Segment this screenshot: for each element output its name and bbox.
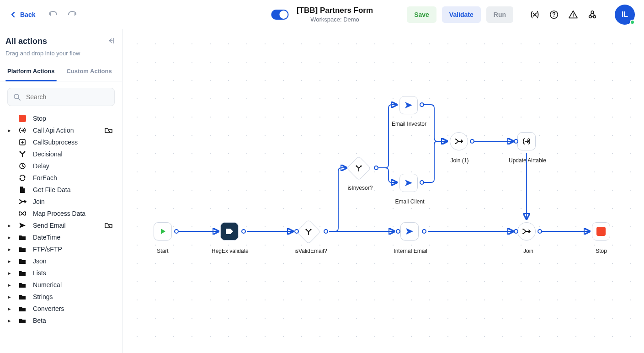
svg-point-26 bbox=[356, 165, 357, 166]
action-numerical[interactable]: ▸ Numerical bbox=[4, 279, 117, 291]
api-icon bbox=[522, 138, 531, 145]
action-delay[interactable]: Delay bbox=[4, 160, 117, 172]
action-beta[interactable]: ▸ Beta bbox=[4, 315, 117, 326]
port-in[interactable] bbox=[514, 229, 518, 234]
redo-button[interactable] bbox=[67, 10, 77, 19]
actions-search-input[interactable] bbox=[25, 93, 109, 101]
stop-icon bbox=[19, 115, 26, 122]
subprocess-icon bbox=[19, 139, 26, 146]
actions-sidebar: All actions Drag and drop into your flow… bbox=[0, 29, 122, 353]
play-icon bbox=[159, 227, 167, 235]
folder-icon bbox=[19, 258, 26, 264]
variables-button[interactable] bbox=[528, 8, 542, 21]
action-label: DateTime bbox=[33, 234, 98, 241]
node-stop[interactable] bbox=[592, 222, 610, 241]
collapse-sidebar-button[interactable] bbox=[107, 37, 115, 46]
tab-custom-label: Custom Actions bbox=[67, 68, 112, 75]
warnings-button[interactable] bbox=[566, 8, 580, 21]
node-join[interactable] bbox=[517, 222, 536, 241]
collapse-left-icon bbox=[107, 37, 115, 44]
tab-platform-actions[interactable]: Platform Actions bbox=[7, 63, 55, 81]
port-out[interactable] bbox=[241, 229, 246, 234]
node-regex[interactable] bbox=[220, 222, 239, 241]
action-label: Join bbox=[33, 198, 98, 205]
node-email-investor[interactable] bbox=[399, 96, 418, 114]
decisional-icon bbox=[19, 150, 26, 158]
action-get-file-data[interactable]: Get File Data bbox=[4, 184, 117, 196]
validate-button[interactable]: Validate bbox=[442, 6, 481, 23]
node-label: Email Investor bbox=[389, 121, 430, 127]
action-lists[interactable]: ▸ Lists bbox=[4, 267, 117, 279]
action-decisional[interactable]: Decisional bbox=[4, 148, 117, 160]
presence-dot-icon bbox=[630, 20, 635, 25]
action-label: ForEach bbox=[33, 174, 98, 182]
action-converters[interactable]: ▸ Converters bbox=[4, 303, 117, 315]
action-label: Get File Data bbox=[33, 186, 98, 193]
node-email-client[interactable] bbox=[399, 174, 418, 192]
action-datetime[interactable]: ▸ DateTime bbox=[4, 231, 117, 243]
user-avatar[interactable]: IL bbox=[615, 5, 635, 25]
action-ftp[interactable]: ▸ FTP/sFTP bbox=[4, 243, 117, 255]
port-out[interactable] bbox=[420, 180, 424, 185]
action-label: Strings bbox=[33, 293, 98, 300]
join-icon bbox=[18, 198, 27, 205]
action-label: CallSubprocess bbox=[33, 139, 98, 146]
action-call-api[interactable]: ▸ Call Api Action bbox=[4, 124, 117, 136]
node-label: Update Airtable bbox=[505, 157, 550, 164]
port-in[interactable] bbox=[514, 139, 518, 144]
action-call-subprocess[interactable]: CallSubprocess bbox=[4, 136, 117, 148]
help-button[interactable] bbox=[547, 8, 561, 21]
loop-icon bbox=[19, 174, 26, 182]
node-internal-email[interactable] bbox=[400, 222, 419, 241]
save-button[interactable]: Save bbox=[407, 6, 436, 23]
active-toggle[interactable] bbox=[271, 10, 288, 20]
join-icon bbox=[454, 138, 463, 145]
variable-icon bbox=[530, 10, 540, 20]
action-foreach[interactable]: ForEach bbox=[4, 172, 117, 184]
port-out[interactable] bbox=[174, 229, 179, 234]
action-label: Beta bbox=[33, 317, 98, 324]
action-strings[interactable]: ▸ Strings bbox=[4, 291, 117, 303]
undo-button[interactable] bbox=[48, 10, 58, 19]
action-label: Delay bbox=[33, 162, 98, 170]
send-icon bbox=[404, 179, 413, 187]
node-label: Email Client bbox=[390, 198, 429, 205]
port-out[interactable] bbox=[538, 229, 542, 234]
svg-point-1 bbox=[554, 16, 554, 17]
chevron-left-icon bbox=[11, 11, 16, 18]
run-button[interactable]: Run bbox=[486, 6, 513, 23]
port-out[interactable] bbox=[470, 139, 474, 144]
svg-point-16 bbox=[24, 151, 25, 152]
back-link[interactable]: Back bbox=[11, 11, 35, 18]
back-label: Back bbox=[20, 11, 35, 18]
node-update-airtable[interactable] bbox=[517, 132, 536, 150]
action-stop[interactable]: Stop bbox=[4, 112, 117, 124]
port-out[interactable] bbox=[420, 102, 424, 107]
folder-open-icon bbox=[105, 222, 113, 229]
node-join-1[interactable] bbox=[450, 132, 468, 150]
action-send-email[interactable]: ▸ Send Email bbox=[4, 219, 117, 231]
action-json[interactable]: ▸ Json bbox=[4, 255, 117, 267]
svg-point-27 bbox=[360, 165, 362, 166]
tab-custom-actions[interactable]: Custom Actions bbox=[67, 63, 112, 81]
tab-platform-label: Platform Actions bbox=[7, 68, 55, 75]
node-label: isValidEmail? bbox=[290, 248, 331, 254]
action-join[interactable]: Join bbox=[4, 196, 117, 208]
decisional-icon bbox=[355, 165, 362, 172]
port-out[interactable] bbox=[324, 229, 328, 234]
folder-open-icon bbox=[105, 127, 113, 134]
undo-icon bbox=[48, 10, 58, 17]
sidebar-subtitle: Drag and drop into your flow bbox=[0, 50, 122, 63]
webhooks-button[interactable] bbox=[585, 8, 599, 21]
svg-point-24 bbox=[305, 229, 307, 230]
action-map-process-data[interactable]: Map Process Data bbox=[4, 208, 117, 219]
node-label: Internal Email bbox=[390, 248, 431, 254]
port-out[interactable] bbox=[374, 166, 378, 170]
node-label: Join (1) bbox=[447, 157, 472, 164]
action-label: Lists bbox=[33, 269, 98, 277]
port-in[interactable] bbox=[294, 229, 299, 234]
port-in[interactable] bbox=[396, 229, 400, 234]
node-start[interactable] bbox=[154, 222, 172, 241]
actions-search[interactable] bbox=[7, 88, 115, 106]
port-out[interactable] bbox=[422, 229, 426, 234]
